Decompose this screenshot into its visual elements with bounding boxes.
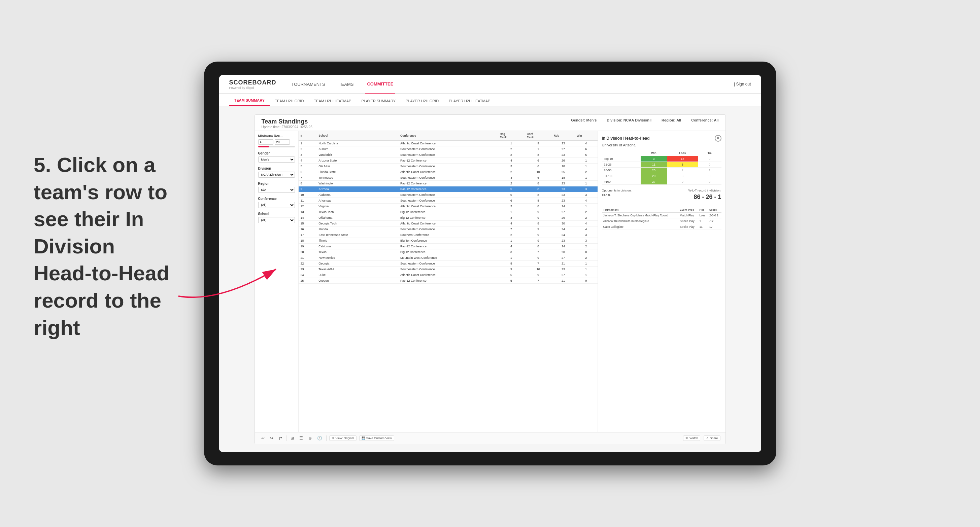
toolbar-undo[interactable]: ↩: [260, 435, 266, 441]
close-button[interactable]: ✕: [715, 135, 721, 142]
h2h-row-11-25[interactable]: 11-25 11 8 0: [602, 162, 721, 167]
table-row[interactable]: 21 New Mexico Mountain West Conference 1…: [299, 255, 598, 260]
table-row[interactable]: 18 Illinois Big Ten Conference 1 9 23 3: [299, 238, 598, 243]
cell-regrk-14: 4: [498, 221, 525, 226]
cell-win-12: 2: [575, 209, 597, 215]
cell-confrk-15: 9: [525, 226, 552, 232]
logo-area: SCOREBOARD Powered by clippd: [229, 79, 277, 89]
subnav-player-h2h-heatmap[interactable]: PLAYER H2H HEATMAP: [444, 99, 495, 106]
h2h-win-100plus: 27: [641, 179, 667, 184]
subnav-team-h2h-heatmap[interactable]: TEAM H2H HEATMAP: [309, 99, 356, 106]
h2h-row-100plus[interactable]: >100 27 0 0: [602, 179, 721, 184]
cell-school-5: Florida State: [317, 169, 398, 175]
table-row[interactable]: 13 Texas Tech Big 12 Conference 1 9 27 2: [299, 209, 598, 215]
h2h-tie-top10: 0: [698, 156, 721, 162]
h2h-label-26-50: 26-50: [602, 167, 641, 173]
table-row[interactable]: 11 Arkansas Southeastern Conference 6 8 …: [299, 198, 598, 203]
toolbar-refresh[interactable]: ⇄: [277, 435, 283, 441]
subnav-player-summary[interactable]: PLAYER SUMMARY: [356, 99, 401, 106]
table-row[interactable]: 20 Texas Big 12 Conference 3 7 20 0: [299, 249, 598, 255]
subnav-team-summary[interactable]: TEAM SUMMARY: [229, 98, 270, 106]
nav-tournaments[interactable]: TOURNAMENTS: [290, 75, 327, 94]
filter-select-division[interactable]: NCAA Division I: [258, 171, 295, 178]
table-row[interactable]: 23 Texas A&M Southeastern Conference 9 1…: [299, 266, 598, 272]
filter-select-region[interactable]: N/A: [258, 187, 295, 193]
table-row[interactable]: 6 Florida State Atlantic Coast Conferenc…: [299, 169, 598, 175]
filter-input-minrounds[interactable]: [258, 139, 274, 145]
table-row[interactable]: 3 Vanderbilt Southeastern Conference 2 8…: [299, 152, 598, 157]
table-row[interactable]: 9 Arizona Pac-12 Conference 5 8 23 3: [299, 186, 598, 192]
table-row[interactable]: 8 Washington Pac-12 Conference 2 8 23 1: [299, 180, 598, 186]
cell-rds-11: 24: [552, 203, 575, 209]
cell-conf-24: Pac-12 Conference: [398, 278, 498, 283]
cell-regrk-15: 7: [498, 226, 525, 232]
nav-teams[interactable]: TEAMS: [337, 75, 355, 94]
filter-input-maxrounds[interactable]: [275, 139, 290, 145]
cell-win-21: 1: [575, 260, 597, 266]
table-row[interactable]: 19 California Pac-12 Conference 4 8 24 2: [299, 243, 598, 249]
tour-row-2[interactable]: Arizona Thunderbirds Intercollegiate Str…: [602, 218, 721, 224]
cell-confrk-11: 8: [525, 203, 552, 209]
filter-group-school: School (All): [258, 212, 295, 223]
cell-confrk-23: 9: [525, 272, 552, 278]
right-panel-title: In Division Head-to-Head: [602, 136, 650, 141]
toolbar-redo[interactable]: ↪: [269, 435, 275, 441]
filter-slider[interactable]: [258, 146, 295, 148]
table-row[interactable]: 25 Oregon Pac-12 Conference 5 7 21 0: [299, 278, 598, 283]
toolbar-right: 👁 Watch ↗ Share: [683, 435, 720, 441]
filter-select-school[interactable]: (All): [258, 217, 295, 223]
share-label: Share: [710, 437, 718, 440]
table-row[interactable]: 10 Alabama Southeastern Conference 5 8 2…: [299, 192, 598, 198]
toolbar-watch[interactable]: 👁 Watch: [683, 435, 700, 441]
cell-conf-14: Atlantic Coast Conference: [398, 221, 498, 226]
filter-select-conference[interactable]: (All): [258, 202, 295, 208]
record-label: W-L-T record in-division:: [689, 189, 721, 192]
sign-out-link[interactable]: | Sign out: [734, 82, 751, 86]
table-row[interactable]: 15 Georgia Tech Atlantic Coast Conferenc…: [299, 221, 598, 226]
cell-confrk-21: 7: [525, 260, 552, 266]
toolbar-save-custom[interactable]: 💾 Save Custom View: [359, 435, 394, 441]
h2h-row-26-50[interactable]: 26-50 25 2 1: [602, 167, 721, 173]
filter-slider-fill: [258, 146, 269, 148]
cell-school-15: Florida: [317, 226, 398, 232]
table-row[interactable]: 16 Florida Southeastern Conference 7 9 2…: [299, 226, 598, 232]
filter-label-region: Region: [258, 182, 295, 186]
toolbar-list[interactable]: ☰: [298, 435, 304, 441]
table-row[interactable]: 22 Georgia Southeastern Conference 8 7 2…: [299, 260, 598, 266]
cell-rank-8: 9: [299, 186, 317, 192]
panel-filters: Gender: Men's Division: NCAA Division I …: [571, 118, 718, 122]
table-row[interactable]: 12 Virginia Atlantic Coast Conference 3 …: [299, 203, 598, 209]
toolbar-view-original[interactable]: 👁 View: Original: [329, 435, 356, 441]
col-conference: Conference: [398, 131, 498, 141]
cell-conf-18: Pac-12 Conference: [398, 243, 498, 249]
filter-sidebar: Minimum Rou... Gender: [255, 131, 299, 432]
cell-confrk-9: 8: [525, 192, 552, 198]
nav-committee[interactable]: COMMITTEE: [365, 75, 395, 94]
table-row[interactable]: 2 Auburn Southeastern Conference 2 1 27 …: [299, 146, 598, 152]
cell-conf-4: Southeastern Conference: [398, 163, 498, 169]
cell-regrk-18: 4: [498, 243, 525, 249]
table-row[interactable]: 14 Oklahoma Big 12 Conference 3 9 26 2: [299, 215, 598, 221]
tour-col-event-type: Event Type: [678, 207, 698, 213]
subnav-player-h2h-grid[interactable]: PLAYER H2H GRID: [401, 99, 444, 106]
filter-select-gender[interactable]: Men's: [258, 157, 295, 162]
toolbar-plus[interactable]: ⊕: [307, 435, 313, 441]
table-row[interactable]: 1 North Carolina Atlantic Coast Conferen…: [299, 140, 598, 146]
toolbar-grid[interactable]: ⊞: [289, 435, 295, 441]
toolbar-share[interactable]: ↗ Share: [703, 435, 720, 441]
col-reg-rank: RegRank: [498, 131, 525, 141]
h2h-row-51-100[interactable]: 51-100 20 3 0: [602, 173, 721, 179]
table-row[interactable]: 17 East Tennessee State Southern Confere…: [299, 232, 598, 238]
toolbar-time[interactable]: 🕐: [316, 435, 323, 441]
subnav-team-h2h-grid[interactable]: TEAM H2H GRID: [270, 99, 309, 106]
cell-school-9: Alabama: [317, 192, 398, 198]
table-row[interactable]: 4 Arizona State Pac-12 Conference 4 6 26…: [299, 157, 598, 163]
tour-row-3[interactable]: Cabo Collegiate Stroke Play 11 17: [602, 224, 721, 230]
table-row[interactable]: 5 Ole Miss Southeastern Conference 3 6 1…: [299, 163, 598, 169]
table-row[interactable]: 7 Tennessee Southeastern Conference 4 6 …: [299, 175, 598, 180]
table-row[interactable]: 24 Duke Atlantic Coast Conference 5 9 27…: [299, 272, 598, 278]
tour-row-1[interactable]: Jackson T. Stephens Cup Men's Match-Play…: [602, 212, 721, 218]
cell-school-8: Arizona: [317, 186, 398, 192]
h2h-row-top10[interactable]: Top 10 3 13 0: [602, 156, 721, 162]
cell-rds-0: 23: [552, 140, 575, 146]
